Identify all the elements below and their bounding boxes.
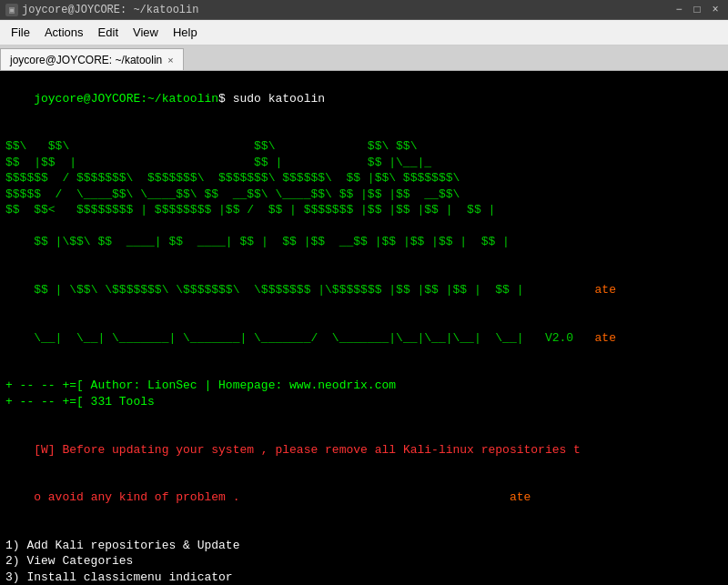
logo-line-5: $$ $$< $$$$$$$$ | $$$$$$$$ |$$ / $$ | $$… <box>5 202 723 218</box>
blank4 <box>5 521 723 538</box>
logo-line-6: $$ |\$$\ $$ ____| $$ ____| $$ | $$ |$$ _… <box>5 218 723 267</box>
title-bar: ▣ joycore@JOYCORE: ~/katoolin − □ × <box>0 0 728 20</box>
tab-bar: joycore@JOYCORE: ~/katoolin × <box>0 45 728 71</box>
title-bar-controls: − □ × <box>672 3 723 17</box>
tab-label: joycore@JOYCORE: ~/katoolin <box>10 54 162 66</box>
warning-line-2: o avoid any kind of problem . ate <box>5 474 723 522</box>
menu-bar: File Actions Edit View Help <box>0 20 728 45</box>
title-bar-left: ▣ joycore@JOYCORE: ~/katoolin <box>5 4 198 16</box>
logo-line-4: $$$$$ / \____$$\ \____$$\ $$ __$$\ \____… <box>5 187 723 203</box>
logo-line-8: \__| \__| \_______| \_______| \_______/ … <box>5 314 723 362</box>
logo-line-1: $$\ $$\ $$\ $$\ $$\ <box>5 138 723 155</box>
close-button[interactable]: × <box>708 3 723 17</box>
menu-item-3: 3) Install classicmenu indicator <box>5 570 723 585</box>
warning-line-1: [W] Before updating your system , please… <box>5 426 723 474</box>
terminal-icon: ▣ <box>5 4 18 16</box>
logo-line-2: $$ |$$ | $$ | $$ |\__|_ <box>5 155 723 171</box>
menu-actions[interactable]: Actions <box>37 23 91 42</box>
logo-line-7: $$ | \$$\ \$$$$$$$\ \$$$$$$$\ \$$$$$$$ |… <box>5 267 723 315</box>
maximize-button[interactable]: □ <box>690 3 704 17</box>
menu-item-2: 2) View Categories <box>5 553 723 570</box>
menu-item-1: 1) Add Kali repositories & Update <box>5 538 723 554</box>
title-bar-title: joycore@JOYCORE: ~/katoolin <box>22 4 198 16</box>
tab-close-button[interactable]: × <box>167 55 173 66</box>
menu-edit[interactable]: Edit <box>91 23 126 42</box>
prompt-user: joycore@JOYCORE:~/katoolin <box>34 92 218 106</box>
terminal: joycore@JOYCORE:~/katoolin$ sudo katooli… <box>0 71 728 585</box>
author-line: + -- -- +=[ Author: LionSec | Homepage: … <box>5 378 723 394</box>
minimize-button[interactable]: − <box>672 3 686 17</box>
menu-view[interactable]: View <box>126 23 166 42</box>
blank3 <box>5 409 723 426</box>
terminal-tab[interactable]: joycore@JOYCORE: ~/katoolin × <box>0 48 184 70</box>
tools-line: + -- -- +=[ 331 Tools <box>5 394 723 410</box>
blank2 <box>5 362 723 378</box>
blank1 <box>5 123 723 139</box>
menu-help[interactable]: Help <box>166 23 205 42</box>
logo-line-3: $$$$$$ / $$$$$$$\ $$$$$$$\ $$$$$$$\ $$$$… <box>5 170 723 187</box>
prompt-line: joycore@JOYCORE:~/katoolin$ sudo katooli… <box>5 75 723 123</box>
menu-file[interactable]: File <box>4 23 37 42</box>
